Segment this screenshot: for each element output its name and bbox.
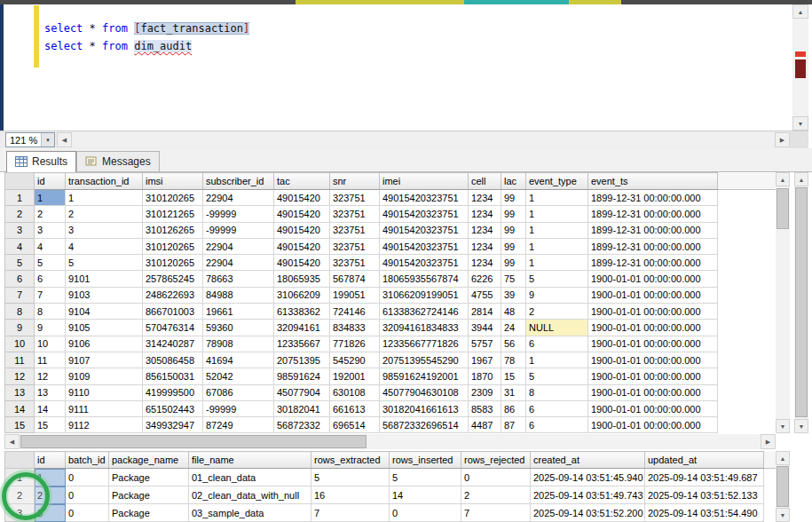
scroll-down-button[interactable]: ▼ — [794, 419, 808, 433]
grid-cell[interactable]: 56872332696514 — [380, 417, 469, 433]
row-header[interactable]: 9 — [5, 320, 35, 336]
column-header-cell[interactable]: cell — [469, 173, 501, 190]
grid-cell[interactable]: 1899-12-31 00:00:00.000 — [588, 238, 718, 254]
column-header-batch_id[interactable]: batch_id — [66, 452, 109, 469]
scroll-down-button[interactable]: ▼ — [776, 419, 790, 433]
grid-cell[interactable]: 323751 — [330, 255, 380, 271]
grid-cell[interactable]: 4487 — [469, 417, 501, 433]
grid-corner-cell[interactable] — [5, 452, 35, 469]
grid-cell[interactable]: 32094161834833 — [380, 320, 469, 336]
grid-cell[interactable]: 78908 — [203, 336, 274, 352]
column-header-id[interactable]: id — [35, 173, 66, 190]
grid-cell[interactable]: 856150031 — [143, 368, 203, 384]
grid-cell[interactable]: Package — [109, 486, 189, 504]
grid-cell[interactable]: 99 — [501, 255, 526, 271]
grid-cell[interactable]: 2025-09-14 03:51:49.743 — [531, 486, 645, 504]
grid-cell[interactable]: 4755 — [469, 287, 501, 303]
grid-cell[interactable]: 45077904630108 — [380, 384, 469, 400]
grid-cell[interactable]: 48 — [501, 304, 526, 320]
grid-cell[interactable]: 1900-01-01 00:00:00.000 — [588, 384, 718, 400]
scroll-right-button[interactable]: ▶ — [761, 434, 776, 449]
grid-cell[interactable]: 98591624192001 — [380, 368, 469, 384]
scroll-left-button[interactable]: ◀ — [57, 132, 72, 147]
results-pane-vertical-scrollbar[interactable]: ▲ ▼ — [794, 172, 808, 433]
grid-cell[interactable]: 9105 — [66, 320, 143, 336]
grid-cell[interactable]: 2025-09-14 03:51:52.200 — [531, 504, 645, 522]
grid-cell[interactable]: 2814 — [469, 304, 501, 320]
grid-cell[interactable]: 257865245 — [143, 271, 203, 287]
editor-horizontal-scrollbar[interactable] — [72, 132, 775, 147]
grid-cell[interactable]: 305086458 — [143, 352, 203, 368]
grid-cell[interactable]: 1 — [526, 238, 588, 254]
grid-cell[interactable]: 310120265 — [143, 255, 203, 271]
grid-cell[interactable]: 99 — [501, 222, 526, 238]
row-header[interactable]: 1 — [5, 190, 35, 206]
grid-cell[interactable]: 1900-01-01 00:00:00.000 — [588, 271, 718, 287]
row-header[interactable]: 3 — [5, 222, 35, 238]
scroll-down-button[interactable]: ▼ — [792, 116, 808, 130]
grid-cell[interactable]: 1 — [526, 206, 588, 222]
grid-cell[interactable]: 7 — [461, 504, 531, 522]
grid-cell[interactable]: 3 — [35, 222, 66, 238]
grid-cell[interactable]: 18065935567874 — [380, 271, 469, 287]
grid-cell[interactable]: -99999 — [203, 222, 274, 238]
column-header-imei[interactable]: imei — [380, 173, 469, 190]
grid-cell[interactable]: 314240287 — [143, 336, 203, 352]
grid-cell[interactable]: 49015420323751 — [380, 190, 469, 206]
column-header-subscriber_id[interactable]: subscriber_id — [203, 173, 274, 190]
column-header-created_at[interactable]: created_at — [531, 452, 645, 469]
grid-cell[interactable]: 1900-01-01 00:00:00.000 — [588, 400, 718, 416]
grid-cell[interactable]: 1234 — [469, 255, 501, 271]
grid-cell[interactable]: 9106 — [66, 336, 143, 352]
grid-cell[interactable]: 30182041 — [274, 400, 330, 416]
grid-cell[interactable]: 32094161 — [274, 320, 330, 336]
grid-cell[interactable]: 1234 — [469, 190, 501, 206]
grid-cell[interactable]: 834833 — [330, 320, 380, 336]
results-grid-2[interactable]: idbatch_idpackage_namefile_namerows_extr… — [4, 451, 776, 522]
scroll-right-button[interactable]: ▶ — [775, 132, 790, 147]
grid-cell[interactable]: 8583 — [469, 400, 501, 416]
grid-cell[interactable]: 1 — [526, 222, 588, 238]
grid-cell[interactable]: 78663 — [203, 271, 274, 287]
grid-cell[interactable]: 03_sample_data — [189, 504, 311, 522]
results-grid-1[interactable]: idtransaction_idimsisubscriber_idtacsnri… — [4, 172, 776, 433]
code-area[interactable]: select * from [fact_transaction]select *… — [44, 20, 249, 55]
grid-cell[interactable]: 5 — [526, 271, 588, 287]
grid-cell[interactable]: 0 — [390, 504, 461, 522]
grid-cell[interactable]: 0 — [66, 504, 109, 522]
grid-cell[interactable]: 2025-09-14 03:51:49.687 — [645, 469, 764, 486]
row-header[interactable]: 5 — [5, 255, 35, 271]
grid-cell[interactable]: 49015420323751 — [380, 222, 469, 238]
grid-cell[interactable]: 1 — [526, 255, 588, 271]
grid-cell[interactable]: 1 — [35, 190, 66, 206]
grid-cell[interactable]: 67086 — [203, 384, 274, 400]
grid-cell[interactable]: 49015420 — [274, 206, 330, 222]
grid-cell[interactable]: 22904 — [203, 238, 274, 254]
grid-cell[interactable]: 4 — [66, 238, 143, 254]
column-header-package_name[interactable]: package_name — [109, 452, 189, 469]
grid-cell[interactable]: 248622693 — [143, 287, 203, 303]
grid-cell[interactable]: 724146 — [330, 304, 380, 320]
grid-cell[interactable]: 6 — [526, 400, 588, 416]
grid-cell[interactable]: 61338362 — [274, 304, 330, 320]
grid-cell[interactable]: 7 — [35, 287, 66, 303]
grid-cell[interactable]: 56 — [501, 336, 526, 352]
grid-cell[interactable]: 323751 — [330, 238, 380, 254]
grid2-vertical-scrollbar[interactable]: ▲ ▼ — [776, 451, 790, 522]
grid-cell[interactable]: 87249 — [203, 417, 274, 433]
grid-cell[interactable]: 01_clean_data — [189, 469, 311, 486]
grid-cell[interactable]: 9110 — [66, 384, 143, 400]
grid-cell[interactable]: 4 — [35, 238, 66, 254]
column-header-file_name[interactable]: file_name — [189, 452, 311, 469]
scroll-down-button[interactable]: ▼ — [776, 508, 790, 522]
code-line[interactable]: select * from dim_audit — [44, 37, 249, 55]
column-header-updated_at[interactable]: updated_at — [645, 452, 764, 469]
grid-cell[interactable]: 2025-09-14 03:51:52.133 — [645, 486, 764, 504]
row-header[interactable]: 7 — [5, 287, 35, 303]
grid-cell[interactable]: 5 — [526, 368, 588, 384]
grid-cell[interactable]: 3944 — [469, 320, 501, 336]
grid-cell[interactable]: 349932947 — [143, 417, 203, 433]
grid-cell[interactable]: 6226 — [469, 271, 501, 287]
grid-cell[interactable]: NULL — [526, 320, 588, 336]
row-header[interactable]: 15 — [5, 417, 35, 433]
